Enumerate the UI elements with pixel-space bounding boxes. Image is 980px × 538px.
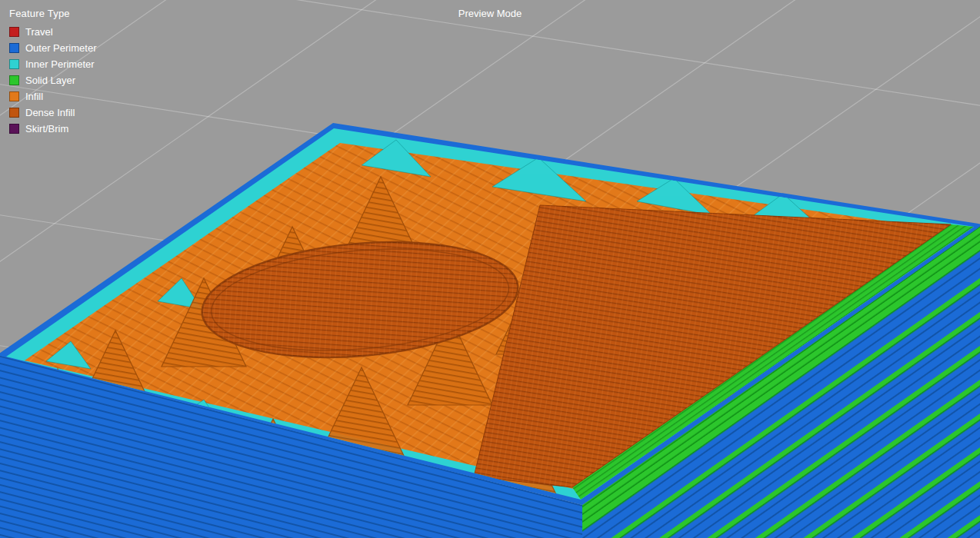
dense-infill-color-swatch — [9, 108, 19, 118]
legend-item-list: TravelOuter PerimeterInner PerimeterSoli… — [9, 26, 96, 134]
legend-item-infill: Infill — [9, 91, 96, 102]
legend-item-dense-infill: Dense Infill — [9, 107, 96, 118]
preview-viewport[interactable]: Feature Type TravelOuter PerimeterInner … — [0, 0, 980, 538]
legend-label: Dense Infill — [25, 107, 75, 118]
solid-layer-color-swatch — [9, 75, 19, 85]
legend-label: Inner Perimeter — [25, 58, 95, 70]
skirt-brim-color-swatch — [9, 124, 19, 134]
feature-type-legend: Feature Type TravelOuter PerimeterInner … — [9, 8, 96, 139]
outer-perimeter-color-swatch — [9, 43, 19, 53]
legend-label: Outer Perimeter — [25, 42, 96, 54]
legend-label: Infill — [25, 91, 43, 102]
infill-color-swatch — [9, 91, 19, 101]
inner-perimeter-color-swatch — [9, 59, 19, 69]
travel-color-swatch — [9, 27, 19, 37]
legend-label: Skirt/Brim — [25, 123, 68, 134]
legend-title: Feature Type — [9, 8, 96, 19]
legend-label: Solid Layer — [25, 75, 75, 86]
legend-item-skirt-brim: Skirt/Brim — [9, 123, 96, 134]
legend-item-travel: Travel — [9, 26, 96, 38]
gcode-preview-canvas — [0, 0, 980, 538]
legend-item-solid-layer: Solid Layer — [9, 75, 96, 86]
preview-mode-label: Preview Mode — [458, 8, 522, 19]
legend-item-outer-perimeter: Outer Perimeter — [9, 42, 96, 54]
legend-item-inner-perimeter: Inner Perimeter — [9, 58, 96, 70]
legend-label: Travel — [25, 26, 53, 38]
